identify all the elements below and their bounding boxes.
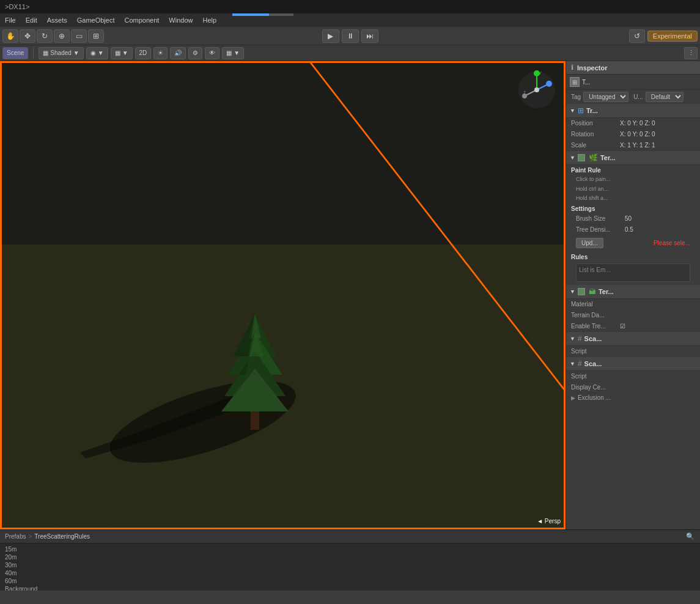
menu-file[interactable]: File [5, 17, 16, 24]
effects-btn[interactable]: ⚙ [188, 47, 202, 59]
update-btn[interactable]: Upd... [576, 238, 603, 248]
menu-gameobject[interactable]: GameObject [77, 17, 115, 24]
pause-btn[interactable]: ⏸ [342, 29, 359, 43]
menu-bar: File Edit Assets GameObject Component Wi… [0, 13, 700, 27]
layer-dropdown[interactable]: Default [646, 92, 683, 102]
title-bar: >DX11> [0, 0, 700, 13]
scale-tool-btn[interactable]: ⊕ [54, 29, 70, 43]
rules-empty-label: List is Em... [579, 267, 611, 273]
gizmo[interactable]: Y Z [515, 68, 558, 111]
asset-20m[interactable]: 20m [5, 554, 695, 561]
brush-size-row: Brush Size 50 [571, 213, 695, 224]
menu-component[interactable]: Component [124, 17, 159, 24]
terrain-data-row: Terrain Da... [566, 310, 700, 321]
terrain-paint-title: Ter... [600, 154, 616, 161]
overdraw-btn[interactable]: ◉ ▼ [86, 47, 108, 59]
tag-dropdown[interactable]: Untagged [583, 92, 628, 102]
fx-arrow: ▼ [122, 50, 128, 56]
menu-assets[interactable]: Assets [47, 17, 67, 24]
play-controls: ▶ ⏸ ⏭ [322, 29, 378, 43]
enable-trees-value[interactable]: ☑ [620, 323, 695, 330]
menu-help[interactable]: Help [202, 17, 216, 24]
terrain-data-label: Terrain Da... [571, 312, 620, 319]
history-btn[interactable]: ↺ [629, 29, 645, 43]
step-btn[interactable]: ⏭ [361, 29, 378, 43]
fx-icon: ▦ [115, 50, 120, 56]
separator1 [33, 47, 34, 59]
object-icon: ⊞ [570, 77, 580, 87]
eye-btn[interactable]: 👁 [205, 47, 219, 59]
fx-btn[interactable]: ▦ ▼ [111, 47, 133, 59]
shaded-label: Shaded [50, 50, 71, 56]
please-select-warning: Please sele... [649, 238, 695, 248]
script2-section-header[interactable]: ▼ # Sca... [566, 357, 700, 371]
terrain-paint-checkbox[interactable] [578, 154, 585, 161]
rotation-value[interactable]: X: 0 Y: 0 Z: 0 [620, 131, 695, 138]
asset-background[interactable]: Background [5, 586, 695, 591]
asset-60m[interactable]: 60m [5, 578, 695, 584]
position-value[interactable]: X: 0 Y: 0 Z: 0 [620, 120, 695, 127]
asset-30m[interactable]: 30m [5, 562, 695, 569]
menu-window[interactable]: Window [169, 17, 193, 24]
object-name-field[interactable]: T... [582, 79, 590, 86]
hold-shift-info: Hold shift a... [571, 194, 695, 204]
terrain-paint-arrow-icon: ▼ [570, 155, 575, 161]
transform-section-header[interactable]: ▼ ⊞ Tr... [566, 104, 700, 118]
shaded-btn[interactable]: ▦ Shaded ▼ [39, 47, 83, 59]
breadcrumb-search-btn[interactable]: 🔍 [685, 532, 695, 542]
tree-density-label: Tree Densi... [576, 226, 625, 233]
scene-view[interactable]: Y Z ◄ Persp [0, 61, 566, 529]
hand-tool-btn[interactable]: ✋ [2, 29, 18, 43]
script2-label: Script [571, 373, 620, 380]
exclusion-label: Exclusion ... [578, 394, 611, 401]
audio-btn[interactable]: 🔊 [170, 47, 186, 59]
layers-btn[interactable]: ▦ ▼ [222, 47, 244, 59]
svg-rect-31 [0, 61, 566, 245]
2d-label: 2D [139, 50, 147, 56]
right-toolbar: ↺ Experimental [629, 29, 698, 43]
gizmo-svg: Y Z [515, 68, 558, 111]
more-btn[interactable]: ⋮ [684, 47, 698, 59]
transform-title: Tr... [586, 107, 598, 114]
rotate-tool-btn[interactable]: ↻ [37, 29, 53, 43]
terrain-component-title: Ter... [599, 288, 614, 295]
menu-edit[interactable]: Edit [26, 17, 37, 24]
move-tool-btn[interactable]: ✥ [20, 29, 35, 43]
lighting-btn[interactable]: ☀ [153, 47, 168, 59]
script1-title: Sca... [584, 335, 602, 342]
scale-value[interactable]: X: 1 Y: 1 Z: 1 [620, 142, 695, 149]
transform-tool-btn[interactable]: ⊞ [88, 29, 104, 43]
svg-text:Z: Z [523, 90, 526, 95]
scene-tab[interactable]: Scene [2, 47, 28, 59]
2d-btn[interactable]: 2D [135, 47, 152, 59]
inspector-title: Inspector [577, 64, 608, 72]
breadcrumb-prefabs[interactable]: Prefabs [5, 533, 26, 540]
asset-40m[interactable]: 40m [5, 570, 695, 576]
persp-label: ◄ Persp [537, 518, 561, 525]
loading-fill [232, 13, 269, 16]
terrain-component-checkbox[interactable] [578, 288, 585, 295]
asset-15m[interactable]: 15m [5, 546, 695, 553]
overdraw-icon: ◉ [90, 50, 96, 56]
rect-tool-btn[interactable]: ▭ [71, 29, 87, 43]
experimental-btn[interactable]: Experimental [647, 31, 698, 42]
tag-label: Tag [571, 94, 581, 100]
rules-section: Rules List is Em... [566, 251, 700, 285]
main-toolbar: ✋ ✥ ↻ ⊕ ▭ ⊞ ▶ ⏸ ⏭ ↺ Experimental [0, 27, 700, 45]
tag-layer-row: Tag Untagged U... Default [566, 90, 700, 104]
terrain-paint-subsection: Paint Rule Click to pain... Hold ctrl an… [566, 165, 700, 204]
script1-section-header[interactable]: ▼ # Sca... [566, 332, 700, 346]
script1-arrow-icon: ▼ [570, 336, 575, 342]
bottom-area: Prefabs > TreeScatteringRules 🔍 15m 20m … [0, 529, 700, 591]
update-row: Upd... Please sele... [566, 235, 700, 251]
exclusion-arrow-icon: ▶ [571, 395, 575, 401]
terrain-paint-section-header[interactable]: ▼ 🌿 Ter... [566, 151, 700, 165]
brush-size-value[interactable]: 50 [625, 215, 690, 222]
transform-arrow-icon: ▼ [570, 108, 575, 114]
tree-density-value[interactable]: 0.5 [625, 226, 690, 233]
play-btn[interactable]: ▶ [322, 29, 339, 43]
script1-label: Script [571, 348, 620, 355]
terrain-component-section-header[interactable]: ▼ 🏔 Ter... [566, 285, 700, 299]
tree-density-row: Tree Densi... 0.5 [571, 224, 695, 235]
script2-arrow-icon: ▼ [570, 361, 575, 367]
